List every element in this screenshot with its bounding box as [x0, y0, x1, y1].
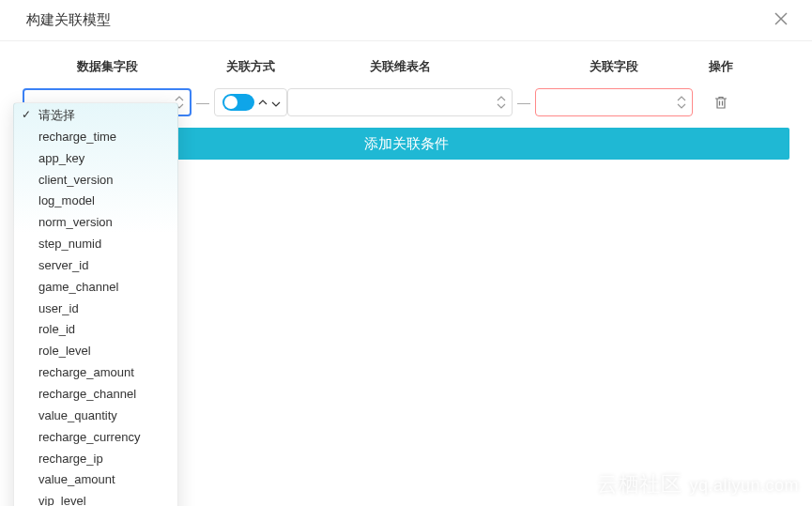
dropdown-item[interactable]: user_id: [14, 299, 177, 320]
dropdown-item[interactable]: recharge_currency: [14, 427, 177, 449]
dropdown-item[interactable]: server_id: [14, 255, 177, 277]
dropdown-item[interactable]: recharge_amount: [14, 362, 177, 384]
dropdown-item-label: recharge_channel: [38, 387, 136, 401]
link-field-select[interactable]: [535, 88, 693, 116]
check-icon: ✓: [22, 107, 31, 123]
dropdown-item-label: role_level: [38, 344, 91, 358]
dropdown-item[interactable]: recharge_channel: [14, 384, 177, 406]
dropdown-item-label: value_quantity: [38, 408, 117, 422]
col-header-field: 数据集字段: [23, 58, 192, 75]
dropdown-item-label: recharge_time: [38, 130, 116, 144]
dropdown-item[interactable]: app_key: [14, 148, 177, 170]
dropdown-item-label: vip_level: [38, 494, 86, 506]
dropdown-item[interactable]: norm_version: [14, 212, 177, 234]
dropdown-item-label: step_numid: [38, 237, 101, 251]
trash-icon: [713, 99, 728, 113]
dropdown-item-label: recharge_amount: [38, 365, 134, 379]
toggle-switch: [222, 94, 254, 111]
dropdown-item-label: 请选择: [38, 108, 75, 122]
dropdown-item[interactable]: recharge_ip: [14, 449, 177, 470]
modal-title: 构建关联模型: [26, 11, 111, 29]
columns-header: 数据集字段 关联方式 关联维表名 关联字段 操作: [23, 58, 789, 75]
dropdown-item[interactable]: vip_level: [14, 491, 177, 506]
dropdown-item[interactable]: client_version: [14, 170, 177, 192]
dropdown-item[interactable]: game_channel: [14, 277, 177, 299]
dropdown-item-label: norm_version: [38, 215, 113, 229]
dash-separator: —: [513, 95, 535, 110]
dropdown-item[interactable]: log_model: [14, 191, 177, 212]
dropdown-item-label: server_id: [38, 258, 88, 272]
dropdown-item[interactable]: value_quantity: [14, 406, 177, 427]
col-header-table: 关联维表名: [287, 58, 513, 75]
dropdown-item-label: log_model: [38, 193, 95, 207]
col-header-method: 关联方式: [214, 58, 287, 75]
updown-icon: [677, 96, 686, 109]
delete-button[interactable]: [713, 95, 728, 110]
dropdown-item[interactable]: step_numid: [14, 234, 177, 255]
watermark-text-1: 云栖社区: [597, 470, 682, 498]
dropdown-item-label: app_key: [38, 151, 84, 165]
watermark-text-2: yq.aliyun.com: [689, 476, 799, 496]
field-dropdown[interactable]: ✓请选择recharge_timeapp_keyclient_versionlo…: [13, 102, 178, 506]
col-header-linkfield: 关联字段: [535, 58, 693, 75]
action-cell: [693, 95, 749, 110]
dropdown-item[interactable]: role_level: [14, 341, 177, 362]
join-method-toggle[interactable]: [214, 88, 287, 116]
dropdown-item[interactable]: role_id: [14, 319, 177, 341]
close-button[interactable]: [773, 12, 789, 29]
dropdown-item-label: recharge_currency: [38, 430, 140, 444]
dropdown-item-label: user_id: [38, 301, 79, 315]
close-icon: [774, 11, 789, 29]
dropdown-item-label: game_channel: [38, 280, 118, 294]
updown-icon: [497, 96, 506, 109]
dropdown-placeholder[interactable]: ✓请选择: [14, 105, 177, 127]
dropdown-item-label: recharge_ip: [38, 452, 103, 466]
dropdown-item[interactable]: value_amount: [14, 469, 177, 491]
col-header-action: 操作: [693, 58, 749, 75]
dropdown-item-label: value_amount: [38, 472, 115, 486]
add-condition-label: 添加关联条件: [364, 135, 449, 153]
dimension-table-select[interactable]: [287, 88, 513, 116]
dropdown-item[interactable]: recharge_time: [14, 127, 177, 148]
modal-header: 构建关联模型: [0, 0, 812, 41]
updown-icon: [258, 96, 281, 110]
watermark: 云栖社区 yq.aliyun.com: [597, 470, 799, 498]
dropdown-item-label: client_version: [38, 173, 114, 187]
dropdown-item-label: role_id: [38, 322, 75, 336]
dash-separator: —: [192, 95, 214, 110]
